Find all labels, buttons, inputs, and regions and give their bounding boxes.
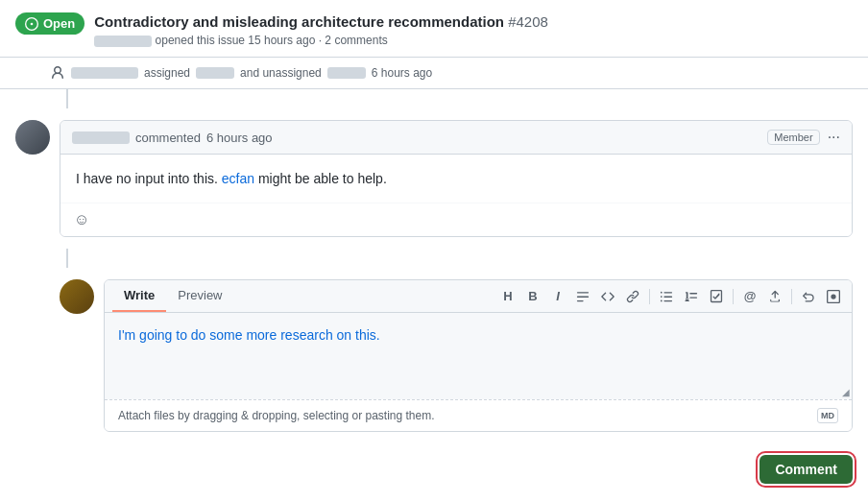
person-icon <box>50 65 65 81</box>
markdown-icon: MD <box>817 408 838 423</box>
tab-preview[interactable]: Preview <box>166 280 233 312</box>
issue-opener-blurred <box>94 36 152 47</box>
more-options-button[interactable]: ··· <box>828 129 840 146</box>
write-textarea-content[interactable]: I'm going to do some more research on th… <box>105 313 852 399</box>
comment-footer: ☺ <box>60 203 852 236</box>
undo-button[interactable] <box>798 287 819 306</box>
emoji-reaction-button[interactable]: ☺ <box>74 211 89 228</box>
toolbar-separator-1 <box>649 289 650 304</box>
resize-handle: ◢ <box>842 387 850 397</box>
edit-button[interactable] <box>823 287 844 306</box>
open-icon <box>25 17 38 31</box>
comment-header-right: Member ··· <box>767 129 840 146</box>
mention-button[interactable]: @ <box>739 286 760 306</box>
comment-header: commented 6 hours ago Member ··· <box>60 121 852 155</box>
heading-button[interactable]: H <box>497 286 518 306</box>
issue-title-block: Contradictory and misleading architectur… <box>94 12 853 47</box>
write-tabs: Write Preview H B I <box>105 280 852 313</box>
write-box: Write Preview H B I <box>104 279 853 432</box>
writer-avatar <box>60 279 94 314</box>
link-button[interactable] <box>622 287 643 306</box>
commenter-avatar <box>15 120 50 155</box>
italic-button[interactable]: I <box>547 286 568 306</box>
issue-header: Open Contradictory and misleading archit… <box>0 0 868 58</box>
comment-body: I have no input into this. ecfan might b… <box>60 155 852 203</box>
commenter-name-blurred <box>72 131 130 144</box>
comment-header-left: commented 6 hours ago <box>72 131 273 145</box>
write-toolbar: H B I <box>497 282 844 310</box>
reference-button[interactable] <box>764 287 785 306</box>
bottom-action-row: Comment <box>0 447 868 495</box>
tasklist-button[interactable] <box>706 287 727 306</box>
unordered-list-button[interactable] <box>656 287 677 306</box>
issue-title: Contradictory and misleading architectur… <box>94 12 853 32</box>
ordered-list-button[interactable] <box>681 287 702 306</box>
assignment-row: assigned and unassigned 6 hours ago <box>0 58 868 89</box>
mention-link[interactable]: ecfan <box>222 171 254 186</box>
issue-number: #4208 <box>508 13 548 30</box>
assignee-blurred <box>196 67 234 79</box>
connector-line <box>66 89 68 108</box>
toolbar-separator-2 <box>733 289 734 304</box>
write-section: Write Preview H B I <box>0 268 868 447</box>
typed-text: I'm going to do some more research on th… <box>118 327 380 343</box>
comment-section: commented 6 hours ago Member ··· I have … <box>0 108 868 249</box>
comment-submit-button[interactable]: Comment <box>760 455 853 484</box>
bold-button[interactable]: B <box>522 286 543 306</box>
connector-line-2 <box>66 249 68 268</box>
tab-write[interactable]: Write <box>112 280 166 312</box>
write-textarea-wrapper: I'm going to do some more research on th… <box>105 313 852 399</box>
avatar-img <box>15 120 50 155</box>
member-badge: Member <box>767 130 819 145</box>
attach-row: Attach files by dragging & dropping, sel… <box>105 399 852 431</box>
toolbar-separator-3 <box>791 289 792 304</box>
open-status-badge: Open <box>15 12 84 35</box>
code-button[interactable] <box>597 287 618 306</box>
tab-group: Write Preview <box>112 280 234 312</box>
assigner-blurred <box>71 67 138 79</box>
unassigned-blurred <box>327 67 366 79</box>
issue-meta: opened this issue 15 hours ago · 2 comme… <box>94 34 853 47</box>
comment-box: commented 6 hours ago Member ··· I have … <box>60 120 853 237</box>
quote-button[interactable] <box>572 287 593 306</box>
